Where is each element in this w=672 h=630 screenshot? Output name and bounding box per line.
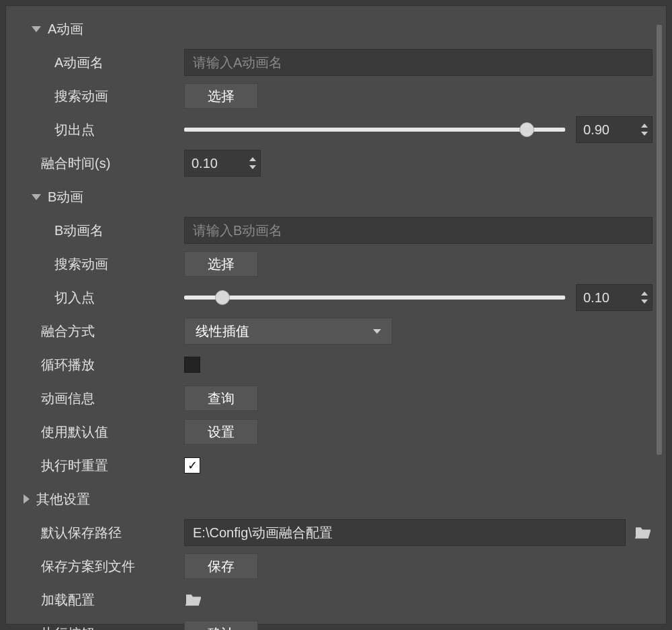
b-cutin-spin[interactable] xyxy=(576,284,653,311)
use-default-button[interactable]: 设置 xyxy=(184,419,258,445)
section-a-label: A动画 xyxy=(48,20,83,38)
exec-label: 执行按钮 xyxy=(41,625,95,631)
b-cutin-label: 切入点 xyxy=(54,289,95,307)
arrow-down-icon[interactable] xyxy=(641,132,648,136)
arrow-down-icon[interactable] xyxy=(641,300,648,304)
section-other-header[interactable]: 其他设置 xyxy=(13,483,653,515)
blend-mode-label: 融合方式 xyxy=(41,322,95,341)
arrow-up-icon[interactable] xyxy=(249,157,256,161)
a-name-label: A动画名 xyxy=(54,54,103,72)
section-other-label: 其他设置 xyxy=(36,490,90,508)
slider-thumb[interactable] xyxy=(215,290,230,305)
folder-open-icon[interactable] xyxy=(184,592,203,607)
exec-button[interactable]: 确认 xyxy=(184,621,258,630)
arrow-up-icon[interactable] xyxy=(641,124,648,128)
slider-thumb[interactable] xyxy=(519,122,534,137)
chevron-down-icon xyxy=(32,194,41,200)
use-default-label: 使用默认值 xyxy=(41,423,108,441)
arrow-up-icon[interactable] xyxy=(641,291,648,296)
b-name-label: B动画名 xyxy=(54,222,103,240)
b-cutin-slider[interactable] xyxy=(184,296,565,300)
blend-time-spin[interactable] xyxy=(184,150,261,177)
b-name-input[interactable] xyxy=(184,217,653,244)
load-cfg-label: 加载配置 xyxy=(41,591,95,609)
section-b-header[interactable]: B动画 xyxy=(13,181,653,213)
save-path-label: 默认保存路径 xyxy=(41,524,122,542)
blend-time-label: 融合时间(s) xyxy=(41,154,110,173)
section-a-header[interactable]: A动画 xyxy=(13,13,653,45)
runtime-reset-label: 执行时重置 xyxy=(41,457,108,475)
b-select-button[interactable]: 选择 xyxy=(184,251,258,277)
loop-label: 循环播放 xyxy=(41,356,95,374)
chevron-down-icon xyxy=(373,329,381,334)
blend-time-value[interactable] xyxy=(185,150,245,176)
save-path-input[interactable] xyxy=(184,519,626,546)
save-file-button[interactable]: 保存 xyxy=(184,553,258,579)
a-select-button[interactable]: 选择 xyxy=(184,83,258,109)
a-cutout-label: 切出点 xyxy=(54,121,95,139)
chevron-down-icon xyxy=(32,26,41,32)
save-file-label: 保存方案到文件 xyxy=(41,557,135,576)
a-name-input[interactable] xyxy=(184,49,653,76)
blend-mode-value: 线性插值 xyxy=(196,322,249,341)
anim-info-label: 动画信息 xyxy=(41,390,95,408)
anim-info-button[interactable]: 查询 xyxy=(184,386,258,411)
a-cutout-value[interactable] xyxy=(577,117,637,142)
scrollbar[interactable] xyxy=(657,25,662,455)
section-b-label: B动画 xyxy=(48,188,83,206)
a-cutout-spin[interactable] xyxy=(576,116,653,143)
a-search-label: 搜索动画 xyxy=(54,87,108,105)
a-cutout-slider[interactable] xyxy=(184,128,565,132)
arrow-down-icon[interactable] xyxy=(249,165,256,169)
runtime-reset-checkbox[interactable]: ✓ xyxy=(184,457,200,474)
b-search-label: 搜索动画 xyxy=(54,255,108,273)
blend-mode-dropdown[interactable]: 线性插值 xyxy=(184,318,392,345)
chevron-right-icon xyxy=(24,494,30,504)
settings-panel: A动画 A动画名 搜索动画 选择 切出点 xyxy=(5,5,667,625)
b-cutin-value[interactable] xyxy=(577,285,637,310)
loop-checkbox[interactable] xyxy=(184,357,200,373)
folder-open-icon[interactable] xyxy=(634,525,653,540)
